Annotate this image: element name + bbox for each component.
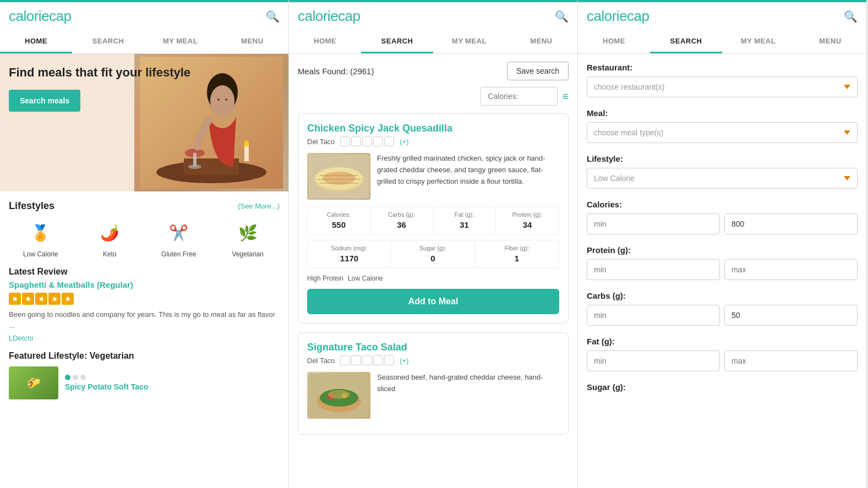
lifestyle-item-vegetarian[interactable]: 🌿 Vegetarian — [216, 218, 280, 258]
meal-tag-high-protein: High Protein — [307, 275, 343, 282]
lifestyle-item-gluten-free[interactable]: ✂️ Gluten Free — [147, 218, 211, 258]
protein-max-input[interactable] — [724, 259, 858, 280]
meal-tags-1: High Protein Low Calorie — [307, 275, 559, 282]
restaurant-filter-select[interactable]: choose restaurant(s) — [587, 76, 858, 97]
add-rating-1[interactable]: (+) — [400, 138, 408, 146]
lifestyles-header: Lifestyles (See More...) — [9, 200, 280, 212]
add-rating-2[interactable]: (+) — [400, 357, 408, 365]
hero-text: Find meals that fit your lifestyle Searc… — [9, 65, 190, 112]
svg-point-8 — [188, 165, 201, 169]
protein-min-input[interactable] — [587, 259, 720, 280]
meal-title-1[interactable]: Chicken Spicy Jack Quesadilla — [307, 123, 559, 134]
carbs-max-input[interactable] — [724, 305, 858, 326]
nutrition-grid-2: Sodium (mg): 1170 Sugar (g): 0 Fiber (g)… — [307, 240, 559, 268]
meal-star-1-5[interactable] — [384, 136, 394, 146]
taco-salad-image — [309, 374, 369, 418]
search-filters-panel: caloriecap 🔍 HOME SEARCH MY MEAL MENU Re… — [578, 0, 867, 488]
search-icon-button[interactable]: 🔍 — [266, 10, 280, 23]
meal-star-1-2[interactable] — [351, 136, 361, 146]
meal-image-2 — [307, 372, 370, 419]
calories-min-input[interactable] — [587, 213, 720, 234]
sugar-filter-label: Sugar (g): — [587, 382, 858, 392]
svg-point-12 — [217, 98, 220, 101]
meal-title-2[interactable]: Signature Taco Salad — [307, 342, 559, 353]
sort-icon[interactable]: ≡ — [562, 90, 569, 103]
search-nav: HOME SEARCH MY MEAL MENU — [289, 30, 577, 54]
nav-tab-home[interactable]: HOME — [0, 30, 72, 53]
meal-body-1: Freshly grilled marinated chicken, spicy… — [307, 153, 559, 200]
hero-section: Find meals that fit your lifestyle Searc… — [0, 54, 288, 191]
svg-point-27 — [328, 390, 350, 399]
carbs-range — [587, 305, 858, 326]
meal-filter-label: Meal: — [587, 108, 858, 118]
lifestyle-filter-select[interactable]: Low Calorie Keto Gluten Free Vegetarian — [587, 168, 858, 189]
meal-card-2: Signature Taco Salad Del Taco (+) — [298, 332, 569, 435]
logo-2: caloriecap — [298, 8, 361, 25]
meal-stars-1 — [340, 136, 394, 146]
lifestyle-item-keto[interactable]: 🌶️ Keto — [78, 218, 142, 258]
calories-max-input[interactable] — [724, 213, 858, 234]
carbs-min-input[interactable] — [587, 305, 720, 326]
quesadilla-image — [309, 155, 369, 199]
meal-image-1 — [307, 153, 370, 200]
nav-tab-home-3[interactable]: HOME — [578, 30, 650, 53]
save-search-button[interactable]: Save search — [507, 62, 569, 80]
nutrition-protein: Protein (g): 34 — [496, 207, 559, 234]
see-more-link[interactable]: (See More...) — [238, 202, 280, 210]
carbs-filter-group: Carbs (g): — [587, 291, 858, 326]
protein-filter-label: Protein (g): — [587, 245, 858, 255]
svg-point-14 — [193, 141, 202, 150]
lifestyles-section: Lifestyles (See More...) 🏅 Low Calorie 🌶… — [0, 191, 288, 267]
review-text: Been going to noodles and company for ye… — [9, 309, 280, 331]
latest-review-title: Latest Review — [9, 267, 280, 277]
nav-tab-search-2[interactable]: SEARCH — [361, 30, 433, 53]
meal-star-2-3[interactable] — [362, 355, 372, 365]
search-icon-button-2[interactable]: 🔍 — [555, 10, 569, 23]
nav-tab-menu[interactable]: MENU — [216, 30, 288, 53]
meal-star-1-4[interactable] — [373, 136, 383, 146]
meal-star-2-1[interactable] — [340, 355, 350, 365]
keto-icon: 🌶️ — [95, 218, 124, 247]
meal-restaurant-row-2: Del Taco (+) — [307, 355, 559, 365]
nav-tab-mymeal[interactable]: MY MEAL — [144, 30, 216, 53]
search-meals-button[interactable]: Search meals — [9, 90, 80, 112]
nav-tab-mymeal-3[interactable]: MY MEAL — [722, 30, 794, 53]
vegetarian-label: Vegetarian — [232, 250, 264, 258]
nav-tab-search[interactable]: SEARCH — [72, 30, 144, 53]
meal-restaurant-1: Del Taco — [307, 138, 335, 146]
nav-tab-mymeal-2[interactable]: MY MEAL — [433, 30, 505, 53]
fat-min-input[interactable] — [587, 350, 720, 371]
filter-nav: HOME SEARCH MY MEAL MENU — [578, 30, 866, 54]
review-meal-name[interactable]: Spaghetti & Meatballs (Regular) — [9, 280, 280, 289]
reviewer-name[interactable]: LDetchi — [9, 334, 280, 342]
meal-star-2-5[interactable] — [384, 355, 394, 365]
nav-tab-search-3[interactable]: SEARCH — [650, 30, 722, 53]
meal-restaurant-row-1: Del Taco (+) — [307, 136, 559, 146]
meal-star-1-1[interactable] — [340, 136, 350, 146]
meal-star-1-3[interactable] — [362, 136, 372, 146]
meal-filter-select[interactable]: choose meal type(s) — [587, 122, 858, 143]
search-icon-button-3[interactable]: 🔍 — [844, 10, 858, 23]
fat-max-input[interactable] — [724, 350, 858, 371]
low-calorie-icon: 🏅 — [26, 218, 55, 247]
lifestyle-filter-group: Lifestyle: Low Calorie Keto Gluten Free … — [587, 154, 858, 189]
nutrition-calories: Calories: 550 — [308, 207, 370, 234]
lifestyles-title: Lifestyles — [9, 200, 54, 212]
nav-tab-menu-2[interactable]: MENU — [505, 30, 577, 53]
nav-tab-home-2[interactable]: HOME — [289, 30, 361, 53]
featured-meal-name[interactable]: Spicy Potato Soft Taco — [65, 382, 148, 391]
sort-row: ≡ — [298, 87, 569, 106]
nav-tab-menu-3[interactable]: MENU — [794, 30, 866, 53]
lifestyle-item-low-calorie[interactable]: 🏅 Low Calorie — [9, 218, 73, 258]
meal-star-2-2[interactable] — [351, 355, 361, 365]
calories-filter-group: Calories: — [587, 200, 858, 234]
home-nav: HOME SEARCH MY MEAL MENU — [0, 30, 288, 54]
protein-filter-group: Protein (g): — [587, 245, 858, 280]
fat-range — [587, 350, 858, 371]
svg-point-21 — [323, 172, 356, 185]
nutrition-carbs: Carbs (g): 36 — [370, 207, 433, 234]
add-to-meal-button-1[interactable]: Add to Meal — [307, 289, 559, 314]
calories-filter-input[interactable] — [481, 87, 558, 106]
star-2: ★ — [22, 293, 34, 305]
meal-star-2-4[interactable] — [373, 355, 383, 365]
